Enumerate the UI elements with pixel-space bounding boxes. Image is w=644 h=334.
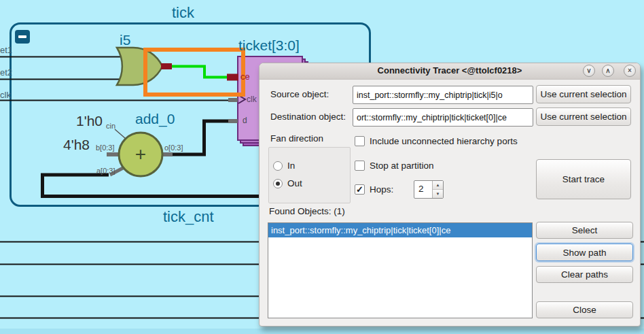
adder-port-cin-label: cin (106, 122, 115, 130)
register-label-ticket: ticket[3:0] (238, 37, 300, 54)
stub-clk (228, 98, 238, 102)
port-stub-i5-o[interactable] (161, 63, 172, 69)
stub-b (107, 152, 120, 156)
chevron-down-icon: ∨ (586, 67, 591, 74)
adder-port-b-label: b[0:3] (96, 144, 115, 152)
adder-plus-icon: + (119, 133, 162, 176)
use-current-selection-source-button[interactable]: Use current selection (536, 85, 631, 103)
spin-up-button[interactable]: ▲ (433, 181, 443, 190)
constant-cin-value: 1'h0 (76, 113, 103, 129)
fan-in-radio[interactable] (273, 161, 283, 171)
trace-wire-highlighted[interactable] (172, 67, 228, 78)
constant-b-value: 4'h8 (63, 137, 90, 153)
canvas-edge-strip (0, 329, 644, 334)
spin-down-button[interactable]: ▼ (433, 190, 443, 199)
destination-object-input[interactable] (353, 108, 533, 127)
fan-in-label: In (287, 161, 295, 171)
module-label-tick-cnt: tick_cnt (163, 208, 214, 226)
show-path-button[interactable]: Show path (536, 244, 633, 261)
source-object-input[interactable] (353, 86, 533, 104)
register-port-d-label: d (243, 116, 247, 125)
gate-label-i5: i5 (120, 32, 130, 48)
register-port-clk-label: clk (247, 95, 257, 104)
triangle-up-icon: ▲ (436, 183, 440, 187)
list-item[interactable]: inst_port::stormfly::my_chiptrip|tick|ti… (268, 223, 532, 237)
found-objects-list[interactable]: inst_port::stormfly::my_chiptrip|tick|ti… (268, 222, 533, 318)
module-label-tick: tick (172, 4, 194, 22)
bus-feedback-to-a[interactable] (43, 175, 260, 197)
close-icon: × (628, 67, 632, 74)
hops-checkbox[interactable]: ✓ (355, 184, 365, 195)
minus-icon (18, 35, 26, 38)
stub-o (162, 152, 173, 156)
chevron-up-icon: ∧ (605, 67, 610, 74)
or-gate-i5[interactable] (117, 48, 162, 85)
close-window-button[interactable]: × (624, 65, 636, 77)
left-port-clk: clk (0, 90, 11, 100)
connectivity-tracer-dialog: Connectivity Tracer <@ttolcf0218> ∨ ∧ × … (259, 63, 641, 327)
use-current-selection-destination-button[interactable]: Use current selection (536, 107, 631, 126)
collapse-module-button[interactable] (15, 30, 30, 44)
triangle-down-icon: ▼ (436, 192, 440, 196)
include-unconnected-label: Include unconnected hierarchy ports (370, 136, 518, 146)
start-trace-button[interactable]: Start trace (536, 159, 631, 199)
hops-value: 2 (418, 184, 424, 194)
shade-button[interactable]: ∨ (583, 65, 595, 77)
destination-object-label: Destination object: (270, 112, 346, 122)
hops-spinner: ▲ ▼ (432, 181, 443, 198)
stop-at-partition-checkbox[interactable] (355, 161, 365, 171)
stop-at-partition-label: Stop at partition (370, 161, 434, 171)
source-object-label: Source object: (270, 89, 329, 99)
found-objects-label: Found Objects: (1) (269, 206, 345, 216)
schematic-viewer: tick tick_cnt i5 ticket[3:0] add_0 1'h0 … (0, 0, 644, 334)
select-button[interactable]: Select (536, 222, 633, 239)
stub-d (228, 119, 238, 123)
left-port-et1: et1 (0, 45, 12, 55)
hops-label: Hops: (370, 184, 393, 195)
clear-paths-button[interactable]: Clear paths (536, 266, 633, 283)
adder-label: add_0 (135, 111, 175, 127)
include-unconnected-checkbox[interactable] (355, 136, 365, 146)
fan-direction-label: Fan direction (270, 133, 323, 144)
fan-out-label: Out (287, 178, 302, 188)
fan-direction-group (268, 147, 351, 203)
unshade-button[interactable]: ∧ (602, 65, 614, 77)
dialog-titlebar[interactable]: Connectivity Tracer <@ttolcf0218> ∨ ∧ × (260, 63, 640, 80)
port-stub-ticket-ce[interactable] (227, 74, 238, 81)
hops-stepper[interactable]: 2 ▲ ▼ (414, 180, 444, 199)
adder-port-o-label: o[0:3] (164, 144, 183, 152)
close-button[interactable]: Close (536, 301, 633, 318)
selection-highlight-box (145, 50, 243, 95)
register-port-ce-label: ce (240, 71, 250, 82)
adder-port-a-label: a[0:3] (96, 167, 115, 175)
fan-out-radio[interactable] (273, 179, 283, 188)
check-icon: ✓ (356, 185, 363, 194)
left-port-et2: et2 (0, 67, 12, 78)
